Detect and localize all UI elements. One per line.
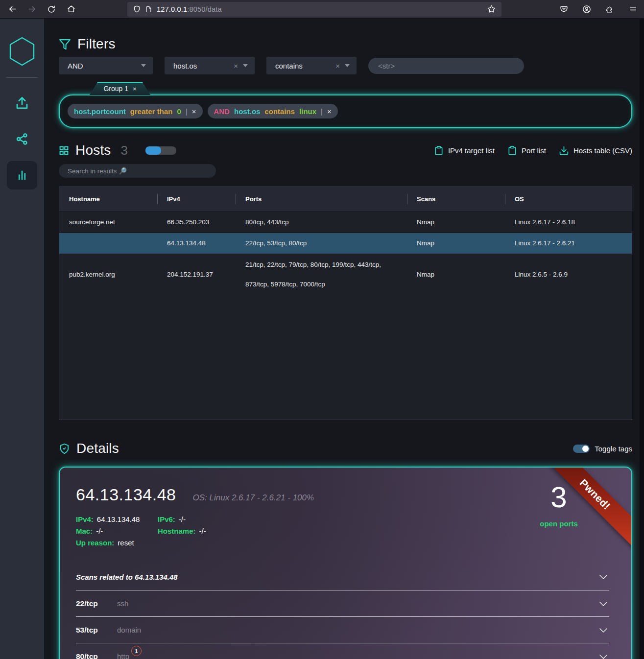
chip-boolean: AND	[214, 107, 230, 116]
toggle-knob	[145, 146, 161, 155]
field-value: -/-	[96, 527, 103, 535]
open-ports-count: 3	[520, 481, 598, 514]
port-accordion-row[interactable]: 53/tcp domain	[76, 616, 609, 643]
chip-field: host.portcount	[74, 107, 126, 116]
cell-scans: Nmap	[407, 270, 505, 280]
port-accordion-row[interactable]: 80/tcp http 1	[76, 643, 609, 659]
forward-icon	[28, 5, 36, 13]
sidebar-item-upload[interactable]	[7, 91, 37, 117]
chip-value: linux	[299, 107, 316, 116]
share-network-icon	[15, 132, 29, 146]
field-ipv4: IPv4: 64.13.134.48	[76, 515, 158, 523]
field-value: 64.13.134.48	[97, 515, 140, 523]
url-path: :8050/data	[187, 5, 222, 13]
operator-clear-icon[interactable]: ×	[335, 62, 340, 70]
back-button[interactable]	[5, 2, 20, 16]
column-header-hostname[interactable]: Hostname	[59, 187, 157, 211]
url-bar[interactable]: 127.0.0.1:8050/data	[127, 2, 501, 17]
sidebar-item-share[interactable]	[7, 126, 37, 152]
sidebar-item-data-charts[interactable]	[7, 161, 37, 189]
chip-remove-icon[interactable]: ×	[327, 107, 332, 116]
page-scrollbar[interactable]	[640, 19, 644, 659]
extensions-button[interactable]	[602, 2, 617, 16]
bookmark-star-icon[interactable]	[487, 5, 496, 13]
group-tab[interactable]: Group 1 ×	[90, 82, 150, 95]
account-icon	[582, 5, 591, 14]
chip-value: 0	[177, 107, 181, 116]
home-button[interactable]	[64, 2, 78, 16]
ipv4-target-list-label: IPv4 target list	[448, 146, 495, 155]
puzzle-icon	[606, 5, 614, 13]
forward-button[interactable]	[24, 2, 39, 16]
filter-funnel-icon	[59, 38, 71, 50]
column-header-os[interactable]: OS	[505, 187, 632, 211]
boolean-operator-select[interactable]: AND	[59, 57, 153, 74]
port-count-badge: 1	[131, 646, 142, 656]
cell-os: Linux 2.6.17 - 2.6.18	[505, 217, 632, 227]
cell-os: Linux 2.6.5 - 2.6.9	[505, 270, 632, 280]
pocket-button[interactable]	[556, 2, 571, 16]
operator-select[interactable]: contains ×	[266, 57, 357, 74]
chevron-down-icon	[345, 64, 350, 67]
chevron-down-icon	[597, 598, 609, 610]
chevron-down-icon	[597, 571, 609, 583]
grid-icon	[59, 145, 69, 156]
port-service: domain	[117, 626, 141, 634]
field-select[interactable]: host.os ×	[165, 57, 255, 74]
chevron-down-icon	[597, 624, 609, 636]
menu-button[interactable]	[625, 2, 640, 16]
group-close-icon[interactable]: ×	[133, 85, 137, 93]
filter-chip[interactable]: host.portcount greater than 0 | ×	[68, 104, 203, 118]
details-heading: Details	[59, 441, 119, 456]
cell-hostname: sourceforge.net	[59, 217, 157, 227]
port-list-button[interactable]: Port list	[507, 145, 546, 156]
reload-icon	[48, 5, 55, 13]
table-row[interactable]: pub2.kernel.org 204.152.191.37 21/tcp, 2…	[59, 254, 632, 295]
chip-remove-icon[interactable]: ×	[192, 107, 196, 116]
ipv4-target-list-button[interactable]: IPv4 target list	[434, 145, 495, 156]
page-info-icon[interactable]	[145, 5, 152, 13]
details-accordion: Scans related to 64.13.134.48 22/tcp ssh…	[76, 564, 609, 659]
app-logo	[8, 36, 36, 67]
search-input[interactable]	[59, 164, 216, 178]
filter-controls: AND host.os × contains ×	[59, 57, 632, 74]
host-os-match: OS: Linux 2.6.17 - 2.6.21 - 100%	[193, 493, 314, 503]
field-value: -/-	[199, 527, 206, 535]
field-label: Hostname:	[158, 527, 196, 535]
column-header-ports[interactable]: Ports	[236, 187, 407, 211]
details-title: Details	[76, 441, 119, 456]
table-row[interactable]: sourceforge.net 66.35.250.203 80/tcp, 44…	[59, 211, 632, 233]
toggle-tags-switch[interactable]	[573, 445, 590, 453]
filter-value-input[interactable]	[368, 58, 524, 74]
clipboard-icon	[507, 145, 517, 156]
cell-ipv4: 66.35.250.203	[157, 217, 236, 227]
home-icon	[67, 5, 75, 13]
port-number: 22/tcp	[76, 599, 108, 608]
reload-button[interactable]	[44, 2, 59, 16]
field-clear-icon[interactable]: ×	[234, 62, 238, 70]
sidebar	[0, 19, 44, 659]
sidebar-nav	[0, 91, 44, 189]
shield-permissions-icon[interactable]	[133, 5, 141, 13]
port-number: 80/tcp	[76, 652, 108, 659]
column-header-scans[interactable]: Scans	[407, 187, 505, 211]
hosts-table: Hostname IPv4 Ports Scans OS sourceforge…	[59, 187, 632, 420]
url-text: 127.0.0.1:8050/data	[157, 5, 482, 13]
scans-accordion-row[interactable]: Scans related to 64.13.134.48	[76, 564, 609, 590]
field-label: Mac:	[76, 527, 93, 535]
column-header-ipv4[interactable]: IPv4	[157, 187, 236, 211]
table-row-selected[interactable]: 64.13.134.48 22/tcp, 53/tcp, 80/tcp Nmap…	[59, 233, 632, 254]
filter-group-box: host.portcount greater than 0 | × AND ho…	[59, 94, 632, 128]
account-button[interactable]	[579, 2, 594, 16]
toggle-tags-label: Toggle tags	[595, 445, 632, 453]
port-service: ssh	[117, 599, 128, 608]
hosts-count: 3	[121, 143, 128, 158]
hosts-export-actions: IPv4 target list Port list Hosts table (…	[434, 145, 632, 156]
field-label: IPv4:	[76, 515, 94, 523]
port-accordion-row[interactable]: 22/tcp ssh	[76, 590, 609, 616]
hosts-table-csv-button[interactable]: Hosts table (CSV)	[559, 145, 632, 156]
open-ports-label: open ports	[520, 519, 598, 528]
filter-chip[interactable]: AND host.os contains linux | ×	[208, 104, 338, 118]
hosts-view-toggle[interactable]	[145, 146, 176, 155]
details-header: Details Toggle tags	[59, 441, 632, 456]
